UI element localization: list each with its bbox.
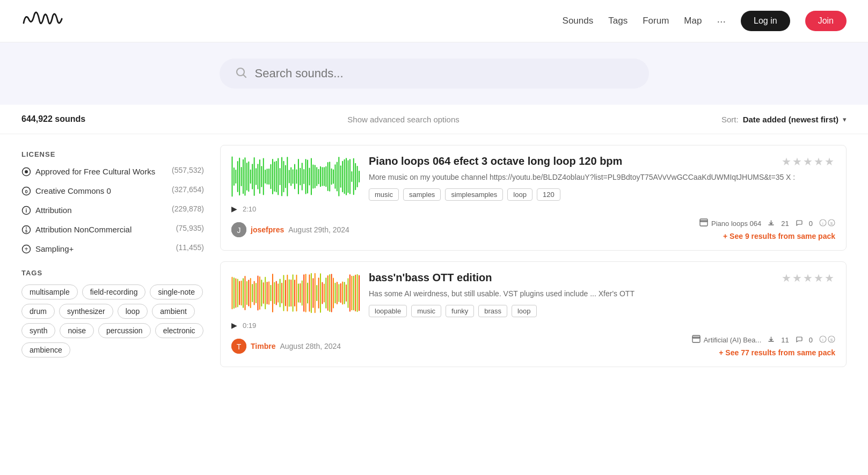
login-button[interactable]: Log in bbox=[741, 11, 790, 31]
svg-rect-111 bbox=[271, 285, 272, 301]
search-input[interactable] bbox=[255, 67, 634, 81]
duration-1: 0:19 bbox=[243, 321, 256, 330]
tag-samples[interactable]: samples bbox=[403, 188, 441, 201]
svg-text:$: $ bbox=[830, 338, 833, 342]
svg-rect-81 bbox=[359, 171, 360, 182]
avatar-1: T bbox=[231, 339, 246, 354]
tag-pill-multisample[interactable]: multisample bbox=[21, 284, 78, 299]
tag-music[interactable]: music bbox=[369, 188, 399, 201]
license-name-sampling: Sampling+ bbox=[35, 243, 172, 254]
svg-rect-102 bbox=[254, 281, 255, 305]
svg-rect-103 bbox=[256, 283, 257, 303]
tag-simplesamples[interactable]: simplesamples bbox=[445, 188, 503, 201]
license-count-attribution: (229,878) bbox=[172, 204, 204, 213]
see-more-pack-0[interactable]: + See 9 results from same pack bbox=[723, 232, 835, 240]
pack-name-0[interactable]: Piano loops 064 bbox=[711, 220, 761, 228]
svg-rect-27 bbox=[259, 159, 260, 194]
sound-card-1: ▶ 0:19 bass'n'bass OTT edition ★★★★★ Has… bbox=[220, 261, 847, 367]
play-button-0[interactable]: ▶ bbox=[231, 204, 237, 213]
svg-rect-132 bbox=[309, 274, 310, 312]
nav-forum[interactable]: Forum bbox=[643, 16, 669, 26]
download-icon-0 bbox=[764, 220, 775, 228]
svg-rect-65 bbox=[329, 162, 330, 191]
svg-rect-31 bbox=[267, 169, 268, 184]
tag-loopable[interactable]: loopable bbox=[369, 305, 407, 317]
tag-pill-ambience[interactable]: ambience bbox=[21, 342, 70, 357]
username-0[interactable]: josefpres bbox=[251, 225, 284, 234]
tag-pill-percussion[interactable]: percussion bbox=[98, 323, 151, 338]
svg-rect-24 bbox=[254, 157, 255, 196]
svg-rect-128 bbox=[302, 280, 303, 305]
sort-section: Sort: Date added (newest first) ▾ bbox=[721, 115, 847, 124]
svg-rect-131 bbox=[307, 283, 308, 304]
tag-120[interactable]: 120 bbox=[537, 188, 560, 201]
tag-pill-drum[interactable]: drum bbox=[21, 304, 55, 319]
sound-info-0: Piano loops 064 efect 3 octave long loop… bbox=[369, 155, 835, 206]
pack-name-1[interactable]: Artificial (AI) Bea... bbox=[704, 336, 762, 344]
svg-rect-23 bbox=[252, 164, 253, 189]
svg-rect-92 bbox=[235, 279, 236, 308]
nav-tags[interactable]: Tags bbox=[608, 16, 628, 26]
svg-rect-112 bbox=[272, 274, 273, 312]
svg-rect-139 bbox=[322, 282, 323, 304]
svg-rect-156 bbox=[353, 276, 354, 311]
nav-map[interactable]: Map bbox=[684, 16, 702, 26]
tag-list-1: loopablemusicfunkybrassloop bbox=[369, 305, 835, 317]
play-button-1[interactable]: ▶ bbox=[231, 321, 237, 330]
main-layout: LICENSE Approved for Free Cultural Works… bbox=[0, 134, 868, 389]
tag-pill-single-note[interactable]: single-note bbox=[150, 284, 203, 299]
username-1[interactable]: Timbre bbox=[251, 342, 275, 350]
advanced-search-toggle[interactable]: Show advanced search options bbox=[347, 115, 459, 124]
svg-rect-141 bbox=[325, 277, 326, 309]
tag-pill-noise[interactable]: noise bbox=[60, 323, 93, 338]
svg-rect-130 bbox=[305, 274, 307, 312]
svg-rect-58 bbox=[316, 167, 317, 186]
tag-pill-loop[interactable]: loop bbox=[118, 304, 148, 319]
nav-sounds[interactable]: Sounds bbox=[563, 16, 594, 26]
tag-music[interactable]: music bbox=[411, 305, 441, 317]
nav-more[interactable]: ··· bbox=[717, 15, 726, 27]
tag-pill-ambient[interactable]: ambient bbox=[152, 304, 195, 319]
sound-title-0[interactable]: Piano loops 064 efect 3 octave long loop… bbox=[369, 155, 622, 167]
license-item-attribution[interactable]: i Attribution (229,878) bbox=[21, 204, 204, 217]
tag-pill-synth[interactable]: synth bbox=[21, 323, 55, 338]
svg-rect-45 bbox=[293, 169, 294, 184]
see-more-pack-1[interactable]: + See 77 results from same pack bbox=[719, 348, 835, 357]
tag-loop[interactable]: loop bbox=[512, 305, 537, 317]
license-item-sampling[interactable]: + Sampling+ (11,455) bbox=[21, 243, 204, 256]
svg-rect-97 bbox=[245, 276, 246, 310]
tags-section: TAGS multisamplefield-recordingsingle-no… bbox=[21, 269, 204, 357]
comment-icon-0 bbox=[792, 220, 803, 228]
star-rating-0[interactable]: ★★★★★ bbox=[782, 155, 835, 168]
svg-text:+: + bbox=[24, 245, 28, 253]
license-item-free-cultural[interactable]: Approved for Free Cultural Works (557,53… bbox=[21, 166, 204, 179]
tag-pill-field-recording[interactable]: field-recording bbox=[82, 284, 146, 299]
svg-rect-124 bbox=[294, 280, 295, 306]
tag-brass[interactable]: brass bbox=[478, 305, 507, 317]
svg-rect-28 bbox=[261, 166, 262, 187]
license-item-attribution-nc[interactable]: i$ Attribution NonCommercial (75,935) bbox=[21, 224, 204, 237]
svg-rect-106 bbox=[261, 280, 262, 306]
logo[interactable] bbox=[21, 6, 64, 35]
svg-text:0: 0 bbox=[25, 189, 27, 194]
tag-pill-electronic[interactable]: electronic bbox=[155, 323, 203, 338]
license-badge-icon-1: i$ bbox=[819, 335, 835, 345]
svg-rect-80 bbox=[357, 166, 358, 187]
upload-date-1: August 28th, 2024 bbox=[280, 342, 341, 350]
svg-rect-49 bbox=[300, 168, 301, 185]
license-item-cc0[interactable]: 0 Creative Commons 0 (327,654) bbox=[21, 185, 204, 198]
tag-loop[interactable]: loop bbox=[507, 188, 533, 201]
join-button[interactable]: Join bbox=[805, 11, 847, 31]
sort-value[interactable]: Date added (newest first) bbox=[743, 115, 838, 124]
main-nav: Sounds Tags Forum Map ··· Log in Join bbox=[563, 11, 847, 31]
comment-count-1: 0 bbox=[809, 336, 813, 344]
chevron-down-icon[interactable]: ▾ bbox=[843, 115, 847, 123]
results-bar: 644,922 sounds Show advanced search opti… bbox=[0, 105, 868, 134]
svg-rect-110 bbox=[268, 281, 269, 305]
svg-rect-157 bbox=[355, 275, 356, 311]
sound-title-1[interactable]: bass'n'bass OTT edition bbox=[369, 272, 492, 284]
star-rating-1[interactable]: ★★★★★ bbox=[782, 272, 835, 284]
svg-text:T: T bbox=[237, 342, 242, 351]
tag-pill-synthesizer[interactable]: synthesizer bbox=[59, 304, 113, 319]
tag-funky[interactable]: funky bbox=[446, 305, 474, 317]
